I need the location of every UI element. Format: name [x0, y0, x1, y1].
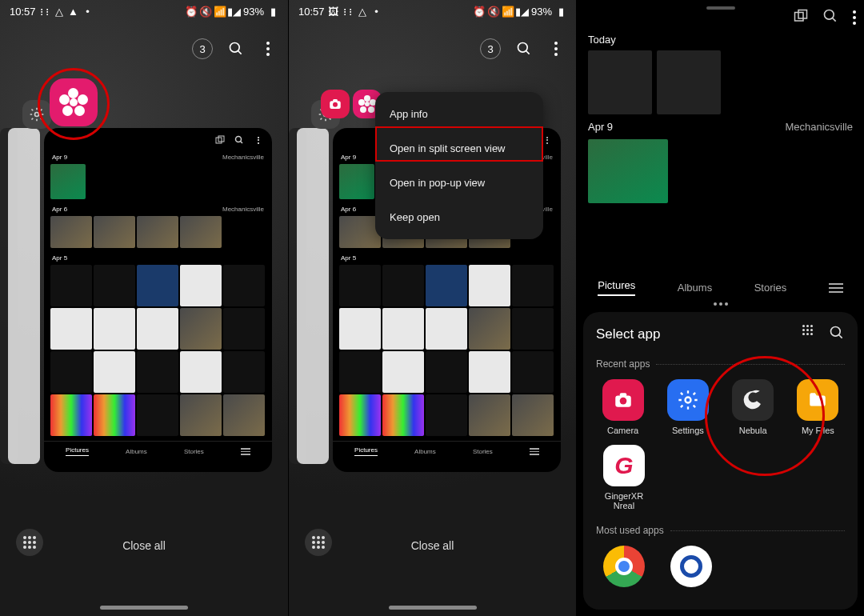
photo-thumb[interactable]: [50, 308, 92, 350]
photo-thumb[interactable]: [137, 394, 178, 436]
photo-thumb[interactable]: [223, 265, 265, 306]
app-chrome[interactable]: [596, 546, 652, 592]
photo-thumb[interactable]: [50, 265, 92, 306]
photo-thumb[interactable]: [180, 394, 222, 436]
photo-thumb[interactable]: [339, 394, 381, 436]
photo-thumb[interactable]: [339, 308, 381, 350]
photo-thumb[interactable]: [50, 216, 92, 248]
menu-item-app-info[interactable]: App info: [375, 97, 543, 131]
tab-pictures[interactable]: Pictures: [354, 446, 378, 456]
gallery-app-icon[interactable]: [50, 78, 98, 126]
photo-thumb[interactable]: [657, 50, 721, 114]
photo-thumb[interactable]: [223, 308, 265, 350]
more-options-icon[interactable]: [853, 10, 856, 25]
split-divider-handle[interactable]: [714, 302, 728, 306]
photo-thumb[interactable]: [50, 394, 92, 436]
menu-item-keep-open[interactable]: Keep open: [375, 200, 543, 234]
photo-thumb[interactable]: [512, 265, 554, 306]
tab-stories[interactable]: Stories: [754, 282, 786, 294]
photo-thumb[interactable]: [50, 351, 92, 393]
multi-window-icon[interactable]: [214, 134, 226, 146]
photo-thumb[interactable]: [137, 216, 178, 248]
photo-thumb[interactable]: [94, 308, 135, 350]
photo-thumb[interactable]: [339, 164, 374, 199]
photo-thumb[interactable]: [469, 351, 510, 393]
photo-thumb[interactable]: [469, 394, 510, 436]
photo-thumb[interactable]: [180, 265, 222, 306]
photo-thumb[interactable]: [137, 351, 178, 393]
app-nebula[interactable]: Nebula: [726, 379, 780, 435]
photo-thumb[interactable]: [382, 308, 424, 350]
camera-app-icon[interactable]: [321, 90, 350, 118]
photo-thumb[interactable]: [426, 394, 467, 436]
menu-icon[interactable]: [241, 446, 250, 457]
photo-thumb[interactable]: [180, 308, 222, 350]
photo-thumb[interactable]: [223, 351, 265, 393]
photo-thumb[interactable]: [180, 351, 222, 393]
photo-thumb[interactable]: [588, 139, 668, 203]
search-icon[interactable]: [227, 40, 245, 58]
photo-thumb[interactable]: [94, 216, 135, 248]
home-gesture-bar[interactable]: [389, 606, 477, 610]
app-unknown[interactable]: [663, 546, 719, 592]
app-gingerxr[interactable]: G GingerXR Nreal: [596, 445, 652, 510]
photo-thumb[interactable]: [382, 351, 424, 393]
photo-thumb[interactable]: [137, 265, 178, 306]
photo-thumb[interactable]: [223, 394, 265, 436]
multi-window-icon[interactable]: [794, 9, 808, 26]
open-app-count[interactable]: 3: [192, 38, 213, 59]
recents-peek-settings-icon[interactable]: [22, 100, 51, 129]
search-icon[interactable]: [829, 325, 845, 344]
recent-app-preview-gallery[interactable]: Apr 9Mechanicsville Apr 6Mechanicsville …: [44, 128, 272, 472]
grid-toggle-icon[interactable]: [802, 325, 813, 344]
more-options-icon[interactable]: [542, 134, 553, 146]
photo-thumb[interactable]: [426, 308, 467, 350]
drag-handle[interactable]: [706, 6, 735, 10]
tab-stories[interactable]: Stories: [184, 448, 204, 455]
notif-icon: ▲: [68, 6, 79, 17]
menu-icon[interactable]: [530, 446, 539, 457]
open-app-count[interactable]: 3: [480, 38, 501, 59]
photo-thumb[interactable]: [469, 308, 510, 350]
close-all-button[interactable]: Close all: [289, 539, 576, 552]
photo-thumb[interactable]: [339, 351, 381, 393]
photo-thumb[interactable]: [469, 265, 510, 306]
search-icon[interactable]: [822, 8, 838, 27]
app-my-files[interactable]: My Files: [791, 379, 845, 435]
photo-thumb[interactable]: [94, 265, 135, 306]
tab-pictures[interactable]: Pictures: [66, 446, 89, 456]
photo-thumb[interactable]: [137, 308, 178, 350]
photo-thumb[interactable]: [339, 265, 381, 306]
more-options-icon[interactable]: [259, 40, 277, 58]
photo-thumb[interactable]: [512, 308, 554, 350]
photo-thumb[interactable]: [94, 351, 135, 393]
photo-thumb[interactable]: [512, 351, 554, 393]
photo-thumb[interactable]: [94, 394, 135, 436]
tab-albums[interactable]: Albums: [678, 282, 712, 294]
tab-pictures[interactable]: Pictures: [598, 279, 635, 296]
photo-thumb[interactable]: [180, 216, 222, 248]
recents-peek[interactable]: [297, 128, 329, 464]
photo-thumb[interactable]: [588, 50, 652, 114]
photo-thumb[interactable]: [50, 164, 86, 199]
tab-stories[interactable]: Stories: [473, 448, 493, 455]
more-options-icon[interactable]: [253, 134, 264, 146]
search-icon[interactable]: [515, 40, 533, 58]
photo-thumb[interactable]: [382, 265, 424, 306]
search-icon[interactable]: [234, 134, 245, 146]
menu-item-popup[interactable]: Open in pop-up view: [375, 166, 543, 200]
menu-icon[interactable]: [829, 281, 843, 295]
photo-thumb[interactable]: [426, 265, 467, 306]
more-options-icon[interactable]: [547, 40, 565, 58]
photo-thumb[interactable]: [426, 351, 467, 393]
menu-item-split-screen[interactable]: Open in split screen view: [375, 131, 543, 166]
app-camera[interactable]: Camera: [596, 379, 650, 435]
photo-thumb[interactable]: [512, 394, 554, 436]
recents-peek[interactable]: [8, 128, 40, 464]
tab-albums[interactable]: Albums: [126, 448, 147, 455]
photo-thumb[interactable]: [382, 394, 424, 436]
close-all-button[interactable]: Close all: [0, 539, 288, 552]
home-gesture-bar[interactable]: [100, 606, 188, 610]
app-settings[interactable]: Settings: [661, 379, 714, 435]
tab-albums[interactable]: Albums: [414, 448, 436, 455]
